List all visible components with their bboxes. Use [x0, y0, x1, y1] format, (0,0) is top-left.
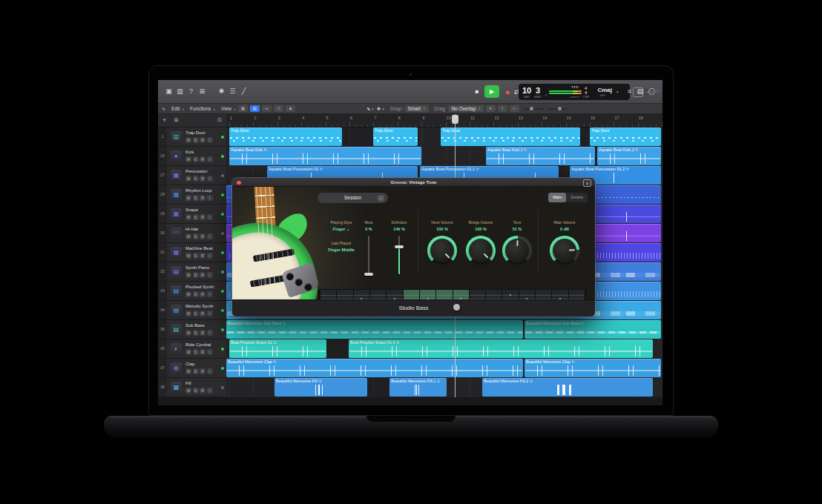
r-button[interactable]: R [200, 272, 206, 278]
region[interactable]: Aquatic Beat Kick.1 ↻ [486, 147, 595, 165]
track-row[interactable]: 31▦Machine BeatMSRI [158, 243, 226, 262]
m-button[interactable]: M [185, 253, 191, 259]
m-button[interactable]: M [185, 368, 191, 374]
horizontal-zoom-slider[interactable] [548, 108, 567, 110]
m-button[interactable]: M [185, 176, 191, 182]
pointer-tool-button[interactable]: ⬉▾ [366, 106, 374, 112]
r-button[interactable]: R [200, 214, 206, 220]
track-row[interactable]: 33▤Plucked SynthMSRI [158, 282, 226, 301]
drag-select[interactable]: No Overlap⇕ [448, 105, 483, 112]
definition-slider[interactable] [398, 236, 400, 274]
track-header-corner-icon[interactable]: ⊡ [217, 117, 222, 123]
playing-style-value[interactable]: Finger ⌄ [333, 227, 350, 231]
list-editors-icon[interactable]: ≡ [624, 87, 635, 96]
add-track-button[interactable]: + [162, 116, 166, 124]
flex-icon[interactable]: ⤨ [274, 105, 283, 112]
s-button[interactable]: S [193, 233, 199, 239]
i-button[interactable]: I [207, 253, 213, 259]
vertical-zoom-slider[interactable] [524, 108, 543, 110]
s-button[interactable]: S [193, 368, 199, 374]
region[interactable]: Beautiful Memories Fill.2 ① [482, 378, 653, 397]
s-button[interactable]: S [193, 272, 199, 278]
definition-slider-value[interactable]: 149 % [393, 227, 405, 231]
i-button[interactable]: I [207, 214, 213, 220]
m-button[interactable]: M [185, 233, 191, 239]
m-button[interactable]: M [185, 195, 191, 201]
r-button[interactable]: R [200, 368, 206, 374]
track-row[interactable]: 26●KickMSRI [158, 147, 226, 166]
note-pads-icon[interactable]: ▤ [635, 87, 646, 96]
pencil-tool-button[interactable]: ✚▾ [377, 106, 384, 112]
s-button[interactable]: S [193, 311, 199, 316]
r-button[interactable]: R [200, 137, 206, 143]
play-button[interactable]: ▶ [484, 85, 499, 98]
library-icon[interactable]: ▥ [174, 87, 185, 96]
bar-ruler[interactable]: 12345678910111213141516171819 [226, 114, 662, 127]
track-row[interactable]: 37◍ClapMSRI [158, 359, 226, 378]
r-button[interactable]: R [200, 195, 206, 201]
r-button[interactable]: R [200, 349, 206, 355]
menu-functions[interactable]: Functions ▾ [190, 106, 215, 111]
plugin-window[interactable]: Groove: Vintage Tone ⧉ Session [232, 178, 595, 316]
s-button[interactable]: S [193, 253, 199, 259]
track-row[interactable]: 29▦SnapsMSRI [158, 205, 226, 224]
s-button[interactable]: S [193, 195, 199, 201]
region[interactable]: Beat Prophet Snare 01.4 ① [349, 339, 653, 358]
r-button[interactable]: R [200, 291, 206, 297]
last-played-value[interactable]: Finger Middle [328, 248, 355, 252]
i-button[interactable]: I [207, 137, 213, 143]
region[interactable]: Beautiful Memories Clap ↻ [226, 359, 523, 377]
i-button[interactable]: I [207, 272, 213, 278]
region[interactable]: Beautiful Memories Sub Bass ↻ [226, 320, 523, 339]
track-row[interactable]: 32▤Synth PianoMSRI [158, 262, 226, 282]
m-button[interactable]: M [185, 330, 191, 336]
s-button[interactable]: S [193, 156, 199, 162]
m-button[interactable]: M [185, 137, 191, 143]
track-row[interactable]: 36◗Ride CymbalMSRI [158, 339, 226, 359]
track-row[interactable]: 34▤Melodic SynthMSRI [158, 301, 226, 320]
stop-button[interactable]: ■ [471, 86, 483, 98]
r-button[interactable]: R [200, 176, 206, 182]
region[interactable]: Beautiful Memories Sub Bass ↻ [525, 320, 661, 339]
region[interactable]: Beat Prophet Snare 01 ① [229, 339, 326, 358]
mute-slider-value[interactable]: 0 % [365, 227, 372, 231]
m-button[interactable]: M [185, 388, 191, 394]
i-button[interactable]: I [207, 368, 213, 374]
automation-icon[interactable]: ↝ [262, 105, 272, 112]
r-button[interactable]: R [200, 311, 206, 316]
tone-value[interactable]: 51 % [513, 227, 522, 231]
region[interactable]: Trap Door [373, 127, 418, 146]
neck-volume-knob[interactable] [427, 236, 457, 265]
track-alt-icon[interactable]: ♟ [286, 105, 295, 112]
neck-volume-value[interactable]: 100 % [436, 227, 448, 231]
s-button[interactable]: S [193, 291, 199, 297]
s-button[interactable]: S [193, 137, 199, 143]
s-button[interactable]: S [193, 330, 199, 336]
region[interactable]: Beautiful Memories Fill.1 ① [389, 378, 447, 397]
s-button[interactable]: S [193, 214, 199, 220]
r-button[interactable]: R [200, 253, 206, 259]
track-row[interactable]: 1▥Trap DoorMSRI [158, 127, 226, 147]
region[interactable]: Beautiful Memories Fill ① [274, 378, 367, 397]
i-button[interactable]: I [207, 291, 213, 297]
main-volume-knob[interactable] [550, 236, 579, 265]
m-button[interactable]: M [185, 272, 191, 278]
i-button[interactable]: I [207, 195, 213, 201]
menu-view[interactable]: View ▾ [221, 106, 236, 111]
loop-browser-icon[interactable]: ◯ [646, 87, 657, 96]
tab-details[interactable]: Details [566, 193, 588, 202]
r-button[interactable]: R [200, 233, 206, 239]
mute-slider[interactable] [368, 236, 369, 274]
duplicate-track-button[interactable]: ⧉ [174, 117, 178, 123]
main-volume-value[interactable]: 0 dB [560, 227, 569, 231]
m-button[interactable]: M [185, 349, 191, 355]
waveform-zoom-icon[interactable]: ✳ [486, 105, 496, 112]
region[interactable]: Aquatic Beat Kick.2 ↻ [597, 147, 661, 165]
track-row[interactable]: 38▦FillMSRI [158, 378, 226, 397]
i-button[interactable]: I [207, 156, 213, 162]
track-row[interactable]: 35▤Sub BassMSRI [158, 320, 226, 339]
playhead-handle[interactable] [452, 115, 458, 124]
region[interactable]: Trap Door [441, 127, 580, 146]
r-button[interactable]: R [200, 330, 206, 336]
i-button[interactable]: I [207, 311, 213, 316]
